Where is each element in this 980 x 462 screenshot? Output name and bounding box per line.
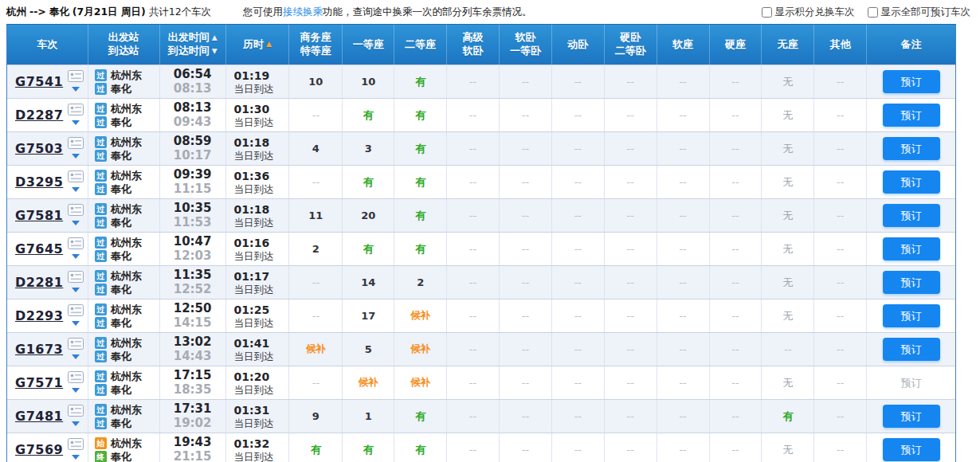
book-button[interactable]: 预订 xyxy=(883,237,940,260)
seat-availability-value: -- xyxy=(679,143,686,155)
column-header-1[interactable]: 出发站到达站 xyxy=(88,25,160,65)
sort-desc-icon[interactable]: ▼ xyxy=(212,48,218,55)
seat-availability-value: 5 xyxy=(365,343,372,355)
seat-no-seat-cell: 有 xyxy=(762,400,814,433)
column-header-2[interactable]: 出发时间▲到达时间▼ xyxy=(160,25,226,65)
sort-asc-icon[interactable]: ▲ xyxy=(266,41,272,48)
arrival-time: 18:35 xyxy=(174,383,212,397)
show-points-trains-checkbox[interactable] xyxy=(762,7,772,18)
seat-no-seat-cell: 无 xyxy=(762,433,814,462)
seat-availability-value: -- xyxy=(731,143,739,155)
column-header-11[interactable]: 软座 xyxy=(657,25,710,65)
expand-caret-icon[interactable] xyxy=(72,354,80,359)
train-number-link[interactable]: G7571 xyxy=(15,375,63,390)
seat-hard-sleeper-cell: -- xyxy=(605,400,657,433)
expand-caret-icon[interactable] xyxy=(72,221,80,225)
book-button[interactable]: 预订 xyxy=(883,338,940,361)
seat-availability-value: -- xyxy=(312,176,319,188)
seat-availability-value: 有 xyxy=(415,443,425,457)
train-number-link[interactable]: D2293 xyxy=(15,308,63,323)
seat-soft-sleeper-cell: -- xyxy=(500,132,552,165)
seat-first-class-cell: 3 xyxy=(343,132,394,165)
stations-cell: 过杭州东过奉化 xyxy=(88,132,160,165)
seat-availability-value: -- xyxy=(679,343,686,355)
train-number-link[interactable]: G7569 xyxy=(15,442,63,457)
column-header-10[interactable]: 硬卧二等卧 xyxy=(605,25,657,65)
duration-value: 01:36 xyxy=(234,170,270,182)
expand-caret-icon[interactable] xyxy=(72,455,80,460)
column-header-13[interactable]: 无座 xyxy=(762,25,814,65)
column-header-12[interactable]: 硬座 xyxy=(710,25,762,65)
book-button[interactable]: 预订 xyxy=(883,271,940,294)
train-number-link[interactable]: D2287 xyxy=(15,108,63,123)
column-header-7[interactable]: 高级软卧 xyxy=(447,25,500,65)
train-number-link[interactable]: G1673 xyxy=(15,342,63,357)
station-type-badge-icon: 过 xyxy=(95,417,107,429)
train-number-link[interactable]: G7503 xyxy=(15,141,63,156)
book-button[interactable]: 预订 xyxy=(883,137,940,160)
seat-hard-sleeper-cell: -- xyxy=(605,199,657,232)
header-line: 二等卧 xyxy=(615,45,646,58)
seat-hard-sleeper-cell: -- xyxy=(605,132,657,165)
book-button[interactable]: 预订 xyxy=(883,438,940,461)
book-button[interactable]: 预订 xyxy=(883,304,940,327)
seat-availability-value: -- xyxy=(574,343,582,355)
train-info-card-icon xyxy=(68,371,84,386)
column-header-14[interactable]: 其他 xyxy=(814,25,867,65)
expand-caret-icon[interactable] xyxy=(72,154,80,159)
expand-caret-icon[interactable] xyxy=(72,288,80,292)
book-button[interactable]: 预订 xyxy=(883,104,940,127)
column-header-0[interactable]: 车次 xyxy=(7,25,88,65)
expand-caret-icon[interactable] xyxy=(72,321,80,326)
column-header-15[interactable]: 备注 xyxy=(867,25,955,65)
book-button[interactable]: 预订 xyxy=(883,405,940,428)
show-all-bookable-option[interactable]: 显示全部可预订车次 xyxy=(868,6,971,19)
train-number-link[interactable]: D2281 xyxy=(15,275,63,290)
book-button[interactable]: 预订 xyxy=(883,70,940,93)
column-header-6[interactable]: 二等座 xyxy=(394,25,447,65)
book-button[interactable]: 预订 xyxy=(883,170,940,194)
column-header-8[interactable]: 软卧一等卧 xyxy=(500,25,552,65)
train-number-cell: D3295 xyxy=(7,166,88,198)
train-number-link[interactable]: D3295 xyxy=(15,174,63,190)
header-line: 一等卧 xyxy=(510,45,541,58)
train-row: G7645过杭州东过奉化10:4712:0301:16当日到达2有有------… xyxy=(7,232,955,265)
column-header-9[interactable]: 动卧 xyxy=(552,25,605,65)
seat-hard-seat-cell: -- xyxy=(710,233,762,265)
train-number-link[interactable]: G7645 xyxy=(15,241,63,256)
seat-hard-sleeper-cell: -- xyxy=(605,266,657,299)
book-button[interactable]: 预订 xyxy=(883,204,940,227)
show-all-bookable-checkbox[interactable] xyxy=(868,7,878,18)
column-header-5[interactable]: 一等座 xyxy=(343,25,394,65)
header-label: 无座 xyxy=(778,38,798,52)
expand-caret-icon[interactable] xyxy=(72,388,80,393)
train-number-cell: D2287 xyxy=(7,99,88,131)
seat-availability-value: -- xyxy=(469,143,476,155)
expand-caret-icon[interactable] xyxy=(72,120,80,125)
train-number-link[interactable]: G7581 xyxy=(15,208,63,223)
column-header-4[interactable]: 商务座特等座 xyxy=(289,25,343,65)
header-line: 出发站 xyxy=(108,31,139,45)
seat-availability-value: 无 xyxy=(782,108,793,123)
show-points-trains-option[interactable]: 显示积分兑换车次 xyxy=(762,6,855,19)
train-number-link[interactable]: G7481 xyxy=(15,409,63,424)
transfer-link[interactable]: 接续换乘 xyxy=(283,6,323,18)
seat-availability-value: 候补 xyxy=(359,376,378,390)
expand-caret-icon[interactable] xyxy=(72,187,80,192)
seat-availability-value: -- xyxy=(731,176,739,188)
arrival-station-name: 奉化 xyxy=(111,317,131,329)
train-number-widgets xyxy=(68,170,84,192)
seat-availability-value: 3 xyxy=(365,143,372,155)
expand-caret-icon[interactable] xyxy=(72,87,80,92)
remark-cell: 预订 xyxy=(867,99,955,131)
expand-caret-icon[interactable] xyxy=(72,254,80,259)
sort-asc-icon[interactable]: ▲ xyxy=(212,34,218,41)
same-day-arrival-note: 当日到达 xyxy=(234,384,274,396)
departure-station-name: 杭州东 xyxy=(111,69,142,81)
remark-cell: 预订 xyxy=(867,199,955,232)
train-number-link[interactable]: G7541 xyxy=(15,74,63,89)
seat-soft-sleeper-cell: -- xyxy=(500,65,552,98)
expand-caret-icon[interactable] xyxy=(72,421,80,426)
column-header-3[interactable]: 历时▲ xyxy=(226,25,290,65)
train-info-card-icon xyxy=(68,338,84,352)
